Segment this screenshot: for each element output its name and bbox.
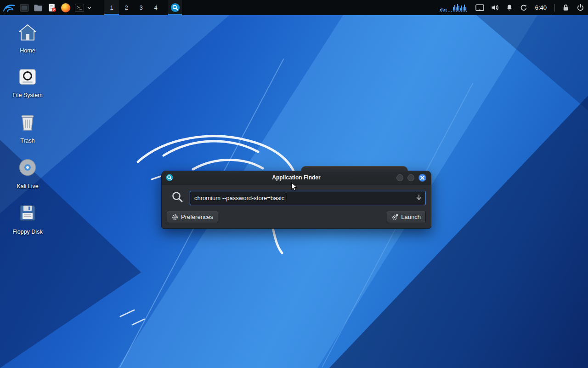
logout-button[interactable]	[577, 0, 584, 15]
preferences-label: Preferences	[181, 213, 213, 220]
bell-icon	[506, 4, 513, 12]
desktop-icon-label: Kali Live	[17, 183, 38, 190]
workspace-1[interactable]: 1	[104, 0, 119, 15]
volume-icon	[491, 4, 499, 11]
search-icon	[171, 190, 184, 205]
search-input[interactable]: chromium --password-store=basic	[190, 191, 426, 205]
application-finder-taskbar-button[interactable]	[168, 0, 182, 15]
desktop-icon-label: File System	[12, 92, 42, 98]
window-title: Application Finder	[162, 174, 431, 181]
trash-icon	[18, 112, 37, 133]
display-settings-tray-button[interactable]	[475, 0, 484, 15]
tray-separator	[554, 4, 555, 12]
system-monitor-graph[interactable]	[439, 0, 469, 15]
terminal-dropdown-button[interactable]	[86, 0, 92, 15]
terminal-launcher[interactable]: >_	[73, 0, 86, 15]
desktop-icon-label: Floppy Disk	[12, 229, 42, 235]
text-editor-icon	[48, 3, 57, 12]
search-row: chromium --password-store=basic	[167, 190, 426, 205]
launch-button[interactable]: Launch	[387, 211, 426, 223]
clock[interactable]: 6:40	[534, 4, 548, 11]
display-icon	[475, 4, 484, 11]
folder-launcher[interactable]	[31, 0, 45, 15]
search-query-text: chromium --password-store=basic	[194, 195, 284, 201]
update-circle-icon	[520, 4, 527, 12]
desktop-icon-label: Home	[20, 47, 35, 54]
desktop-icon-kali-live[interactable]: Kali Live	[5, 158, 51, 190]
system-tray: 6:40	[439, 0, 588, 15]
home-icon	[17, 23, 38, 43]
network-graph-icon	[439, 3, 469, 12]
button-row: Preferences Launch	[167, 211, 426, 223]
lock-icon	[562, 4, 570, 12]
finder-body: chromium --password-store=basic Preferen…	[162, 184, 431, 228]
kali-menu-button[interactable]	[0, 0, 17, 15]
workspace-switcher: 1 2 3 4	[104, 0, 163, 15]
desktop-icon-floppy-disk[interactable]: Floppy Disk	[5, 203, 51, 235]
folder-icon	[34, 4, 43, 12]
close-button[interactable]	[418, 174, 426, 182]
arrow-down-icon	[416, 195, 422, 201]
floppy-icon	[18, 203, 37, 224]
window-controls	[396, 174, 426, 182]
gear-icon	[172, 214, 178, 220]
firefox-launcher[interactable]	[59, 0, 73, 15]
dropdown-arrow-button[interactable]	[413, 192, 424, 204]
disc-icon	[18, 158, 37, 179]
text-editor-launcher[interactable]	[45, 0, 59, 15]
application-finder-icon	[166, 174, 173, 181]
maximize-button[interactable]	[407, 174, 414, 181]
power-icon	[577, 4, 584, 12]
application-finder-window: Application Finder chromium --password-s…	[161, 171, 431, 229]
workspace-4[interactable]: 4	[148, 0, 163, 15]
terminal-icon: >_	[75, 4, 84, 12]
desktop-icon-trash[interactable]: Trash	[5, 112, 51, 144]
file-manager-launcher[interactable]	[17, 0, 31, 15]
chevron-down-icon	[87, 6, 91, 9]
minimize-button[interactable]	[396, 174, 403, 181]
volume-tray-button[interactable]	[491, 0, 499, 15]
launch-label: Launch	[401, 213, 421, 220]
text-caret	[286, 195, 286, 201]
workspace-2[interactable]: 2	[119, 0, 134, 15]
application-finder-icon	[170, 3, 180, 12]
desktop-icon-home[interactable]: Home	[5, 23, 51, 54]
updates-tray-button[interactable]	[520, 0, 527, 15]
desktop-icon-file-system[interactable]: File System	[5, 68, 51, 98]
notifications-tray-button[interactable]	[506, 0, 513, 15]
close-icon	[420, 176, 424, 180]
lock-screen-button[interactable]	[562, 0, 570, 15]
firefox-icon	[61, 3, 70, 12]
window-titlebar[interactable]: Application Finder	[162, 171, 431, 184]
desktop-icon-label: Trash	[20, 138, 35, 144]
terminal-launcher-group: >_	[73, 0, 92, 15]
top-panel: >_ 1 2 3 4	[0, 0, 588, 15]
kali-logo-icon	[2, 2, 15, 13]
workspace-3[interactable]: 3	[134, 0, 148, 15]
preferences-button[interactable]: Preferences	[167, 211, 218, 223]
desktop-icon-list: Home File System Trash	[5, 23, 51, 235]
launch-icon	[392, 214, 398, 220]
dark-window-icon	[20, 3, 29, 12]
hard-drive-icon	[18, 68, 37, 88]
